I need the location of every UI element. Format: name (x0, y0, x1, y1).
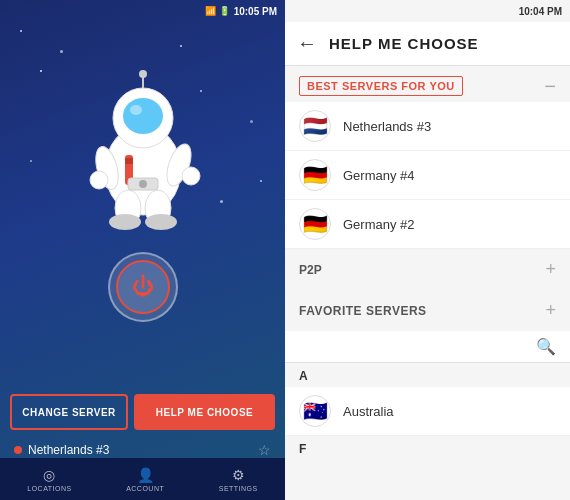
server-name-netherlands3: Netherlands #3 (343, 119, 431, 134)
action-buttons: CHANGE SERVER HELP ME CHOOSE (0, 394, 285, 430)
favorite-servers-label: FAVORITE SERVERS (299, 304, 427, 318)
locations-icon: ◎ (43, 467, 55, 483)
right-header: ← HELP ME CHOOSE (285, 22, 570, 66)
server-item-germany2[interactable]: 🇩🇪 Germany #2 (285, 200, 570, 249)
current-server-name: Netherlands #3 (28, 443, 109, 457)
current-server-row: Netherlands #3 ☆ (0, 442, 285, 458)
collapse-best-servers-icon[interactable]: − (544, 76, 556, 96)
help-me-choose-button[interactable]: HELP ME CHOOSE (134, 394, 275, 430)
best-servers-section-header: BEST SERVERS FOR YOU − (285, 66, 570, 102)
server-name-germany2: Germany #2 (343, 217, 415, 232)
svg-point-12 (109, 214, 141, 230)
netherlands-flag: 🇳🇱 (299, 110, 331, 142)
left-panel: 📶 🔋 10:05 PM (0, 0, 285, 500)
right-time: 10:04 PM (519, 6, 562, 17)
server-item-netherlands3[interactable]: 🇳🇱 Netherlands #3 (285, 102, 570, 151)
left-status-bar: 📶 🔋 10:05 PM (0, 0, 285, 22)
astronaut-image (63, 42, 223, 242)
account-label: ACCOUNT (126, 485, 164, 492)
svg-point-17 (139, 70, 147, 78)
p2p-section[interactable]: P2P + (285, 249, 570, 290)
svg-rect-5 (125, 158, 133, 164)
svg-point-2 (123, 98, 163, 134)
right-status-bar: 10:04 PM (285, 0, 570, 22)
nav-item-settings[interactable]: ⚙ SETTINGS (219, 467, 258, 492)
right-panel: 10:04 PM ← HELP ME CHOOSE BEST SERVERS F… (285, 0, 570, 500)
search-row: 🔍 (285, 331, 570, 363)
expand-favorite-icon[interactable]: + (545, 300, 556, 321)
power-icon: ⏻ (132, 274, 154, 300)
australia-flag: 🇦🇺 (299, 395, 331, 427)
wifi-icon: 🔋 (219, 6, 230, 16)
power-button[interactable]: ⏻ (108, 252, 178, 322)
server-name-australia: Australia (343, 404, 394, 419)
alpha-section-f: F (285, 436, 570, 460)
favorite-star-icon[interactable]: ☆ (258, 442, 271, 458)
settings-label: SETTINGS (219, 485, 258, 492)
best-servers-label: BEST SERVERS FOR YOU (299, 76, 463, 96)
alpha-section-a: A (285, 363, 570, 387)
left-time: 10:05 PM (234, 6, 277, 17)
server-status-dot (14, 446, 22, 454)
account-icon: 👤 (137, 467, 154, 483)
svg-point-8 (182, 167, 200, 185)
germany2-flag: 🇩🇪 (299, 208, 331, 240)
left-status-icons: 📶 🔋 (205, 6, 230, 16)
page-title: HELP ME CHOOSE (329, 35, 479, 52)
svg-point-13 (145, 214, 177, 230)
change-server-button[interactable]: CHANGE SERVER (10, 394, 128, 430)
nav-item-account[interactable]: 👤 ACCOUNT (126, 467, 164, 492)
bottom-nav: ◎ LOCATIONS 👤 ACCOUNT ⚙ SETTINGS (0, 458, 285, 500)
server-item-germany4[interactable]: 🇩🇪 Germany #4 (285, 151, 570, 200)
locations-label: LOCATIONS (27, 485, 71, 492)
nav-item-locations[interactable]: ◎ LOCATIONS (27, 467, 71, 492)
expand-p2p-icon[interactable]: + (545, 259, 556, 280)
svg-point-9 (90, 171, 108, 189)
back-button[interactable]: ← (297, 32, 317, 55)
power-inner-ring: ⏻ (116, 260, 170, 314)
server-name-germany4: Germany #4 (343, 168, 415, 183)
svg-point-15 (139, 180, 147, 188)
search-icon[interactable]: 🔍 (536, 337, 556, 356)
server-list-content: BEST SERVERS FOR YOU − 🇳🇱 Netherlands #3… (285, 66, 570, 500)
settings-icon: ⚙ (232, 467, 245, 483)
p2p-label: P2P (299, 263, 322, 277)
svg-point-3 (130, 105, 142, 115)
server-item-australia[interactable]: 🇦🇺 Australia (285, 387, 570, 436)
signal-icon: 📶 (205, 6, 216, 16)
favorite-servers-section[interactable]: FAVORITE SERVERS + (285, 290, 570, 331)
germany4-flag: 🇩🇪 (299, 159, 331, 191)
